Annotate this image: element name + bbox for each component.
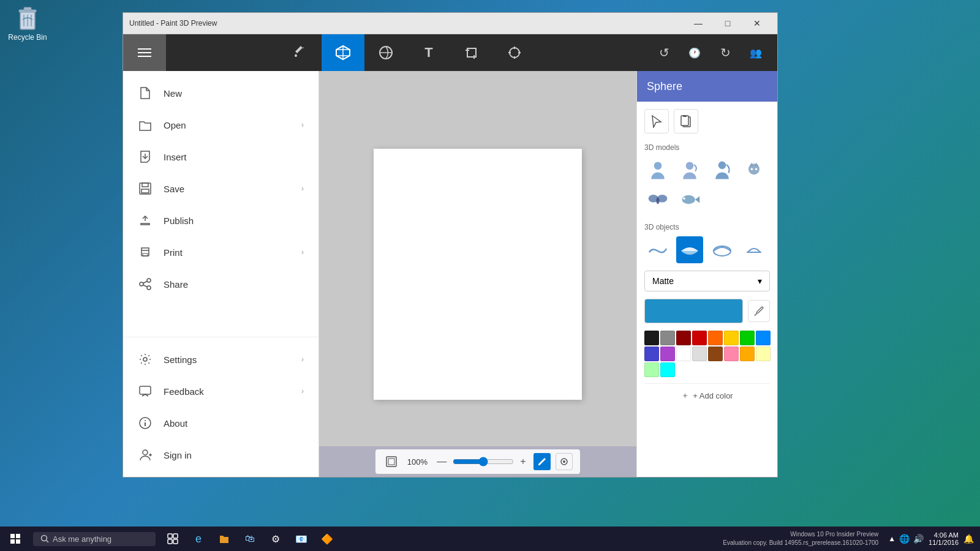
network-icon[interactable]: 🌐 (899, 534, 910, 544)
color-swatch-brown[interactable] (708, 347, 723, 361)
model-person3[interactable] (709, 157, 736, 184)
svg-point-46 (686, 162, 694, 170)
view-mode-button[interactable] (556, 453, 573, 470)
win-info-line1: Windows 10 Pro Insider Preview (723, 530, 878, 539)
zoom-minus-button[interactable]: — (434, 456, 449, 467)
minimize-button[interactable]: — (684, 14, 712, 32)
store-button[interactable]: 🛍 (238, 527, 262, 551)
menu-item-share[interactable]: Share (123, 268, 318, 300)
save-icon (138, 181, 153, 196)
menu-button[interactable] (123, 34, 166, 71)
color-swatch-orange[interactable] (708, 331, 723, 345)
maximize-button[interactable]: □ (714, 14, 742, 32)
crop-tool-button[interactable] (450, 34, 493, 71)
color-swatch-lightyellow[interactable] (756, 347, 771, 361)
color-swatch-blue[interactable] (756, 331, 771, 345)
users-button[interactable]: 👥 (741, 34, 771, 71)
about-label: About (164, 418, 304, 429)
menu-items-bottom: Settings › Feedback › (123, 337, 318, 477)
volume-icon[interactable]: 🔊 (913, 534, 924, 544)
svg-point-56 (682, 195, 696, 204)
material-dropdown[interactable]: Matte ▾ (644, 271, 770, 291)
eyedropper-button[interactable] (748, 300, 770, 322)
svg-rect-22 (141, 189, 149, 193)
mail-button[interactable]: 📧 (289, 527, 314, 551)
chevron-up-icon[interactable]: ▲ (888, 534, 895, 543)
settings-label: Settings (164, 354, 290, 365)
task-view-button[interactable] (160, 527, 185, 551)
notification-icon[interactable]: 🔔 (963, 534, 974, 544)
undo-button[interactable]: ↺ (649, 34, 679, 71)
edge-button[interactable]: e (186, 527, 211, 551)
start-button[interactable] (0, 527, 31, 551)
object-sphere[interactable] (676, 236, 703, 263)
save-label: Save (164, 184, 290, 194)
3d-tool-button[interactable] (322, 34, 364, 71)
new-label: New (164, 88, 304, 99)
add-color-button[interactable]: ＋ + Add color (644, 383, 770, 406)
fit-screen-button[interactable] (383, 453, 400, 470)
svg-rect-21 (142, 183, 148, 187)
menu-item-about[interactable]: About (123, 407, 318, 439)
object-dome[interactable] (741, 236, 767, 263)
paste-tool-button[interactable] (674, 109, 698, 133)
color-swatch-pink[interactable] (724, 347, 739, 361)
model-cat[interactable] (741, 157, 767, 184)
close-button[interactable]: ✕ (743, 14, 771, 32)
model-person2[interactable] (676, 157, 703, 184)
zoom-plus-button[interactable]: + (518, 456, 528, 467)
color-preview-swatch[interactable] (644, 299, 743, 323)
model-person1[interactable] (644, 157, 671, 184)
object-elongated[interactable] (709, 236, 736, 263)
menu-item-publish[interactable]: Publish (123, 204, 318, 236)
menu-item-open[interactable]: Open › (123, 109, 318, 141)
color-swatch-darkblue[interactable] (644, 347, 659, 361)
color-swatch-black[interactable] (644, 331, 659, 345)
color-swatch-red[interactable] (692, 331, 707, 345)
menu-item-feedback[interactable]: Feedback › (123, 375, 318, 407)
menu-item-new[interactable]: New (123, 77, 318, 109)
color-swatch-cyan[interactable] (660, 362, 675, 377)
redo-button[interactable]: ↻ (710, 34, 741, 71)
file-explorer-button[interactable] (212, 527, 236, 551)
canvas[interactable] (374, 149, 582, 400)
color-swatch-yellow[interactable] (724, 331, 739, 345)
draw-mode-button[interactable] (533, 453, 551, 470)
settings-taskbar-button[interactable]: ⚙ (263, 527, 288, 551)
save-arrow: › (301, 184, 304, 193)
zoom-slider[interactable] (453, 457, 514, 467)
color-swatch-purple[interactable] (660, 347, 675, 361)
app7-button[interactable]: 🔶 (315, 527, 339, 551)
open-icon (138, 118, 153, 132)
taskbar-search[interactable]: Ask me anything (33, 532, 156, 546)
recycle-bin[interactable]: Recycle Bin (6, 4, 49, 42)
sticker-tool-button[interactable] (364, 34, 407, 71)
select-tool-button[interactable] (644, 109, 669, 133)
svg-point-58 (683, 197, 685, 200)
color-swatch-gray[interactable] (660, 331, 675, 345)
effects-icon (507, 45, 522, 60)
svg-point-45 (654, 162, 662, 170)
color-swatch-lightgray[interactable] (692, 347, 707, 361)
object-wave[interactable] (644, 236, 671, 263)
effects-tool-button[interactable] (493, 34, 536, 71)
brush-tool-button[interactable] (279, 34, 322, 71)
history-button[interactable]: 🕐 (679, 34, 710, 71)
menu-item-settings[interactable]: Settings › (123, 343, 318, 375)
taskbar-right: Windows 10 Pro Insider Preview Evaluatio… (723, 530, 980, 547)
menu-item-save[interactable]: Save › (123, 173, 318, 204)
color-swatch-white[interactable] (676, 347, 691, 361)
menu-item-signin[interactable]: Sign in (123, 439, 318, 471)
menu-item-insert[interactable]: Insert (123, 141, 318, 173)
color-swatch-darkred[interactable] (676, 331, 691, 345)
color-swatch-amber[interactable] (740, 347, 755, 361)
menu-item-print[interactable]: Print › (123, 236, 318, 268)
zoom-level: 100% (405, 457, 429, 467)
color-swatch-lightgreen[interactable] (644, 362, 659, 377)
model-fish[interactable] (676, 186, 703, 213)
color-swatch-green[interactable] (740, 331, 755, 345)
text-tool-button[interactable]: T (407, 34, 450, 71)
clock[interactable]: 4:06 AM 11/1/2016 (929, 531, 959, 546)
model-bird[interactable] (644, 186, 671, 213)
right-panel: Sphere (636, 71, 777, 477)
